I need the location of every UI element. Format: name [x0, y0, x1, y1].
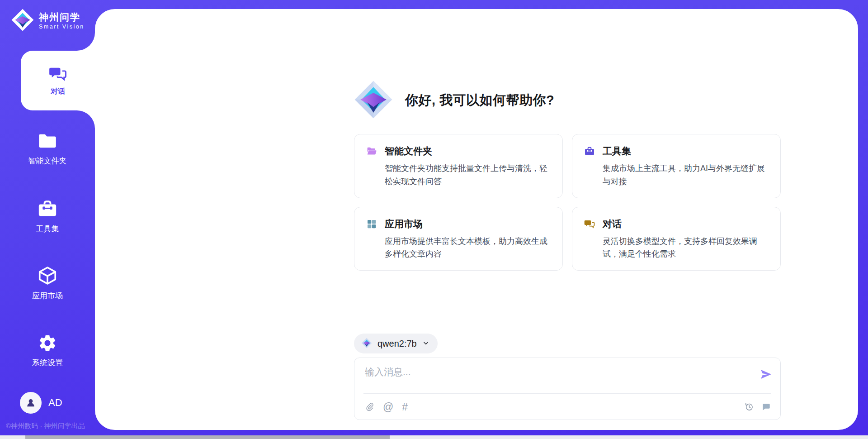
- sidebar-item-label: 智能文件夹: [28, 156, 67, 166]
- composer-divider: [363, 393, 771, 394]
- model-name: qwen2:7b: [377, 339, 417, 349]
- hash-icon: #: [402, 402, 408, 412]
- sidebar-item-label: 对话: [51, 87, 65, 96]
- greeting-block: 你好, 我可以如何帮助你?: [354, 80, 554, 121]
- main-panel: 你好, 我可以如何帮助你? 智能文件夹 智能文件夹功能支持批量文件上传与清洗，轻…: [95, 9, 858, 430]
- user-profile[interactable]: AD: [20, 392, 62, 414]
- model-selector[interactable]: qwen2:7b: [354, 334, 438, 353]
- sidebar-item-folders[interactable]: 智能文件夹: [0, 130, 95, 166]
- feature-card-description: 应用市场提供丰富长文本模板，助力高效生成多样化文章内容: [385, 235, 551, 261]
- sidebar-item-market[interactable]: 应用市场: [0, 265, 95, 301]
- feature-cards: 智能文件夹 智能文件夹功能支持批量文件上传与清洗，轻松实现文件问答: [354, 134, 781, 271]
- brand-logo: 神州问学 Smart Vision: [11, 8, 85, 33]
- chat-icon: [49, 65, 67, 83]
- greeting-title: 你好, 我可以如何帮助你?: [405, 91, 554, 110]
- feature-card-description: 灵活切换多模型文件，支持多样回复效果调试，满足个性化需求: [603, 235, 769, 261]
- user-name: AD: [48, 397, 62, 409]
- toolbox-icon: [37, 198, 58, 219]
- feature-card-chat[interactable]: 对话 灵活切换多模型文件，支持多样回复效果调试，满足个性化需求: [572, 207, 781, 271]
- feature-card-title: 对话: [603, 218, 622, 230]
- feature-card-folders[interactable]: 智能文件夹 智能文件夹功能支持批量文件上传与清洗，轻松实现文件问答: [354, 134, 563, 198]
- sidebar-item-chat[interactable]: 对话: [21, 51, 95, 110]
- folder-icon: [37, 130, 58, 151]
- message-composer: @ #: [354, 358, 781, 420]
- sidebar-item-tools[interactable]: 工具集: [0, 198, 95, 234]
- sidebar-footer-text: ©神州数码 · 神州问学出品: [6, 422, 96, 430]
- mention-icon: @: [383, 402, 393, 412]
- sidebar-item-label: 系统设置: [32, 358, 63, 368]
- brand-diamond-icon: [11, 8, 34, 33]
- cube-icon: [37, 265, 58, 286]
- feature-card-tools[interactable]: 工具集 集成市场上主流工具，助力AI与外界无缝扩展与对接: [572, 134, 781, 198]
- app-root: 神州问学 Smart Vision 对话 智能文件夹: [0, 0, 868, 439]
- history-button[interactable]: [744, 402, 754, 412]
- user-icon: [25, 397, 37, 409]
- sidebar-item-label: 应用市场: [32, 291, 63, 301]
- feature-card-description: 智能文件夹功能支持批量文件上传与清洗，轻松实现文件问答: [385, 162, 551, 188]
- history-icon: [744, 402, 754, 412]
- send-button[interactable]: [760, 368, 772, 381]
- feature-card-market[interactable]: 应用市场 应用市场提供丰富长文本模板，助力高效生成多样化文章内容: [354, 207, 563, 271]
- comment-icon: [761, 402, 771, 412]
- mention-button[interactable]: @: [383, 402, 393, 412]
- sidebar-item-settings[interactable]: 系统设置: [0, 333, 95, 368]
- feature-card-title: 智能文件夹: [385, 145, 432, 157]
- feature-card-title: 工具集: [603, 145, 631, 157]
- avatar: [20, 392, 42, 414]
- sidebar: 神州问学 Smart Vision 对话 智能文件夹: [0, 0, 95, 439]
- folder-open-icon: [366, 146, 377, 157]
- gear-icon: [38, 333, 57, 353]
- paperclip-icon: [364, 402, 374, 412]
- chat-icon: [584, 219, 595, 229]
- comment-button[interactable]: [761, 402, 771, 412]
- model-logo-icon: [361, 338, 372, 350]
- message-input[interactable]: [364, 365, 741, 390]
- horizontal-scrollbar[interactable]: [0, 435, 868, 439]
- toolbox-icon: [584, 146, 595, 157]
- sidebar-item-label: 工具集: [36, 224, 59, 234]
- hash-button[interactable]: #: [402, 402, 408, 412]
- composer-toolbar: @ #: [364, 400, 771, 414]
- grid-icon: [366, 219, 377, 229]
- greeting-diamond-icon: [354, 80, 393, 121]
- chevron-down-icon: [422, 339, 429, 348]
- send-icon: [760, 368, 772, 381]
- attach-button[interactable]: [364, 402, 374, 412]
- feature-card-title: 应用市场: [385, 218, 423, 230]
- feature-card-description: 集成市场上主流工具，助力AI与外界无缝扩展与对接: [603, 162, 769, 188]
- scrollbar-thumb[interactable]: [25, 435, 390, 439]
